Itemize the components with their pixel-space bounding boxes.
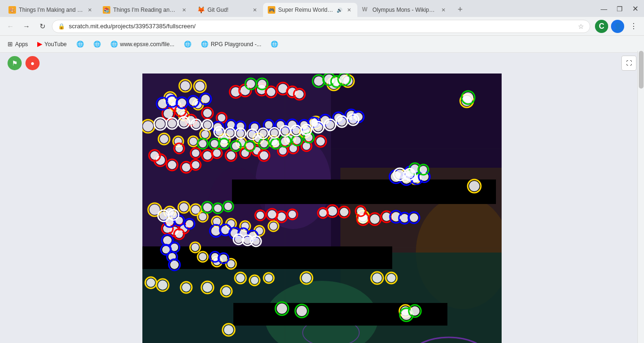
tab-title-2: Things I'm Reading and Playing... xyxy=(113,7,177,13)
tab-olympus-mons[interactable]: W Olympus Mons - Wikipedia ✕ xyxy=(357,3,452,17)
tab-favicon-3: 🦊 xyxy=(197,6,205,14)
profile-icon[interactable]: 👤 xyxy=(611,20,624,33)
address-bar[interactable]: 🔒 scratch.mit.edu/projects/339537385/ful… xyxy=(52,20,590,33)
fullscreen-button[interactable]: ⛶ xyxy=(621,56,636,71)
scratch-canvas[interactable] xyxy=(142,74,502,343)
bookmark-star-icon[interactable]: ☆ xyxy=(578,23,584,30)
tab-title-3: Git Gud! xyxy=(207,7,248,13)
bookmark-globe4[interactable]: 🌐 xyxy=(267,39,282,49)
reload-button[interactable]: ↻ xyxy=(36,20,49,33)
fullscreen-icon: ⛶ xyxy=(626,60,632,66)
tab-close-1[interactable]: ✕ xyxy=(86,6,93,14)
close-button[interactable]: ✕ xyxy=(630,3,640,14)
tab-favicon-2: 📚 xyxy=(103,6,110,14)
bookmark-apps[interactable]: ⊞ Apps xyxy=(4,39,32,49)
navigation-bar: ← → ↻ 🔒 scratch.mit.edu/projects/3395373… xyxy=(0,17,644,36)
bookmarks-bar: ⊞ Apps ▶ YouTube 🌐 🌐 🌐 www.epsxe.com/fil… xyxy=(0,36,644,53)
back-button[interactable]: ← xyxy=(4,20,17,33)
red-stop-icon: ● xyxy=(31,59,34,67)
url-text: scratch.mit.edu/projects/339537385/fulls… xyxy=(69,23,574,30)
menu-button[interactable]: ⋮ xyxy=(627,20,640,33)
globe1-icon: 🌐 xyxy=(76,41,84,48)
maximize-button[interactable]: ❐ xyxy=(615,4,625,13)
title-bar: 🎨 Things I'm Making and Creatin... ✕ 📚 T… xyxy=(0,0,644,17)
scrollbar-thumb[interactable] xyxy=(639,51,644,89)
tab-close-4[interactable]: ✕ xyxy=(345,6,353,14)
window-controls: — ❐ ✕ xyxy=(599,3,640,14)
rpg-icon: 🌐 xyxy=(201,41,208,48)
tab-git-gud[interactable]: 🦊 Git Gud! ✕ xyxy=(192,3,263,17)
tab-super-reimu[interactable]: 🎮 Super Reimu World 2: Koi... 🔊 ✕ xyxy=(263,3,357,17)
globe4-icon: 🌐 xyxy=(271,41,278,48)
green-flag-button[interactable]: ⚑ xyxy=(8,56,22,70)
globe3-icon: 🌐 xyxy=(184,41,191,48)
tab-favicon-1: 🎨 xyxy=(8,6,16,14)
epsxe-icon: 🌐 xyxy=(110,41,118,48)
profile-area: C 👤 ⋮ xyxy=(595,20,640,33)
address-actions: ☆ xyxy=(578,23,584,30)
bookmark-apps-label: Apps xyxy=(15,41,28,48)
bookmark-youtube[interactable]: ▶ YouTube xyxy=(33,39,70,49)
game-controls-left: ⚑ ● xyxy=(8,56,40,70)
bookmark-globe2[interactable]: 🌐 xyxy=(90,39,105,49)
tab-favicon-5: W xyxy=(362,6,370,14)
globe2-icon: 🌐 xyxy=(93,41,101,48)
tab-favicon-4: 🎮 xyxy=(268,6,275,14)
game-chrome-bar: ⚑ ● ⛶ xyxy=(0,53,644,74)
scratch-canvas-wrapper xyxy=(0,74,644,343)
bookmark-youtube-label: YouTube xyxy=(44,41,66,48)
apps-grid-icon: ⊞ xyxy=(8,41,13,48)
bookmark-globe1[interactable]: 🌐 xyxy=(73,39,88,49)
lock-icon: 🔒 xyxy=(58,23,65,30)
tab-things-making[interactable]: 🎨 Things I'm Making and Creatin... ✕ xyxy=(4,3,98,17)
bookmark-epsxe-label: www.epsxe.com/file... xyxy=(120,41,174,48)
minimize-button[interactable]: — xyxy=(599,4,609,13)
bookmark-rpg[interactable]: 🌐 RPG Playground -... xyxy=(197,39,265,49)
bookmark-rpg-label: RPG Playground -... xyxy=(211,41,261,48)
bookmark-globe3[interactable]: 🌐 xyxy=(180,39,195,49)
chrome-sync-icon[interactable]: C xyxy=(595,20,608,33)
tab-title-1: Things I'm Making and Creatin... xyxy=(19,7,83,13)
tab-title-4: Super Reimu World 2: Koi... xyxy=(278,7,334,13)
tab-title-5: Olympus Mons - Wikipedia xyxy=(372,7,437,13)
bookmark-epsxe[interactable]: 🌐 www.epsxe.com/file... xyxy=(107,39,178,49)
scrollbar[interactable] xyxy=(637,51,644,343)
red-stop-button[interactable]: ● xyxy=(25,56,40,70)
audio-icon: 🔊 xyxy=(337,8,342,13)
tab-close-3[interactable]: ✕ xyxy=(251,6,258,14)
tab-things-reading[interactable]: 📚 Things I'm Reading and Playing... ✕ xyxy=(98,3,192,17)
tab-close-5[interactable]: ✕ xyxy=(439,6,447,14)
youtube-icon: ▶ xyxy=(37,41,42,48)
green-flag-icon: ⚑ xyxy=(12,59,18,67)
tab-close-2[interactable]: ✕ xyxy=(180,6,188,14)
new-tab-button[interactable]: + xyxy=(454,3,467,16)
forward-button[interactable]: → xyxy=(20,20,33,33)
